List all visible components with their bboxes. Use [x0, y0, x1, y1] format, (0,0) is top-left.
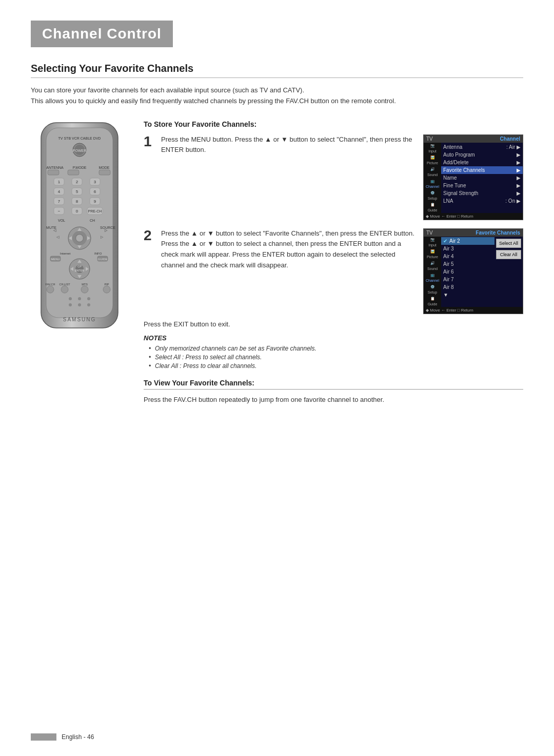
svg-point-76 — [87, 297, 90, 300]
svg-point-77 — [69, 303, 72, 306]
view-section-text: Press the FAV.CH button repeatedly to ju… — [144, 395, 523, 405]
svg-point-74 — [69, 297, 72, 300]
svg-text:7: 7 — [58, 199, 61, 204]
svg-text:CH.LIST: CH.LIST — [59, 283, 70, 286]
notes-list: •Only memorized channels can be set as F… — [144, 345, 523, 370]
svg-text:MENU: MENU — [51, 258, 60, 261]
instructions-column: To Store Your Favorite Channels: 1 Press… — [144, 120, 523, 405]
title-bar: Channel Control — [31, 21, 173, 47]
select-all-button[interactable]: Select All — [496, 239, 521, 248]
svg-text:SOURCE: SOURCE — [100, 226, 115, 229]
view-section: To View Your Favorite Channels: Press th… — [144, 379, 523, 405]
svg-text:PRE-CH: PRE-CH — [88, 209, 102, 213]
svg-text:POWER: POWER — [73, 148, 86, 152]
svg-text:6: 6 — [94, 189, 96, 194]
fav-menu-footer: ◆ Move ← Enter □ Return — [424, 307, 523, 314]
store-section-title: To Store Your Favorite Channels: — [144, 120, 523, 128]
step-2-text: Press the ▲ or ▼ button to select "Favor… — [161, 228, 416, 314]
svg-text:9: 9 — [94, 199, 96, 204]
svg-text:MTS: MTS — [82, 283, 88, 286]
note-1: •Only memorized channels can be set as F… — [149, 345, 523, 352]
exit-text: Press the EXIT button to exit. — [144, 320, 523, 328]
svg-text:P.MODE: P.MODE — [73, 166, 87, 169]
svg-text:PIP: PIP — [105, 283, 109, 286]
svg-text:INFO: INFO — [94, 252, 102, 255]
svg-rect-11 — [99, 170, 110, 175]
page-footer: English - 46 — [31, 733, 94, 741]
section-title: Selecting Your Favorite Channels — [31, 63, 523, 78]
intro-text-2: This allows you to quickly and easily fi… — [31, 96, 523, 107]
step-1-text: Press the MENU button. Press the ▲ or ▼ … — [161, 134, 416, 220]
svg-text:8: 8 — [76, 199, 78, 204]
svg-text:TV  STB  VCR  CABLE  DVD: TV STB VCR CABLE DVD — [58, 137, 101, 140]
svg-point-75 — [78, 297, 81, 300]
svg-text:4: 4 — [58, 189, 61, 194]
svg-point-79 — [87, 303, 90, 306]
step-1-block: 1 Press the MENU button. Press the ▲ or … — [144, 134, 523, 220]
svg-text:ENTER: ENTER — [75, 269, 85, 272]
step-1-number: 1 — [144, 134, 155, 220]
clear-all-button[interactable]: Clear All — [496, 250, 521, 259]
svg-text:ANTENNA: ANTENNA — [46, 166, 64, 169]
notes-title: NOTES — [144, 334, 523, 342]
fav-header-tv: TV — [426, 230, 433, 236]
view-section-title: To View Your Favorite Channels: — [144, 379, 523, 390]
svg-rect-10 — [68, 170, 79, 175]
footer-bar — [31, 733, 56, 741]
fav-channels-screen: TV Favorite Channels 📷 Input 🖼️ Picture — [423, 228, 523, 314]
svg-text:−: − — [58, 209, 61, 214]
svg-text:5: 5 — [76, 189, 78, 194]
svg-text:CH: CH — [90, 219, 95, 222]
note-2: •Select All : Press to select all channe… — [149, 354, 523, 361]
note-3: •Clear All : Press to clear all channels… — [149, 362, 523, 370]
notes-section: NOTES •Only memorized channels can be se… — [144, 334, 523, 370]
ch-menu-header-tv: TV — [426, 136, 433, 142]
page-title: Channel Control — [42, 26, 162, 42]
svg-text:1: 1 — [58, 180, 61, 184]
svg-text:2: 2 — [76, 180, 78, 184]
svg-text:SAMSUNG: SAMSUNG — [63, 317, 96, 322]
svg-text:VOL: VOL — [58, 219, 65, 222]
svg-point-78 — [78, 303, 81, 306]
svg-text:0: 0 — [76, 209, 78, 214]
channel-menu-screen: TV Channel 📷 Input 🖼️ Picture 🔊 — [423, 134, 523, 220]
step-2-block: 2 Press the ▲ or ▼ button to select "Fav… — [144, 228, 523, 314]
svg-text:3: 3 — [94, 180, 96, 184]
svg-rect-9 — [48, 170, 59, 175]
svg-text:Internet: Internet — [60, 252, 71, 255]
fav-header-title: Favorite Channels — [476, 230, 520, 236]
svg-text:GUIDE: GUIDE — [97, 258, 107, 261]
svg-point-71 — [61, 286, 68, 293]
footer-text: English - 46 — [62, 733, 94, 741]
svg-point-72 — [81, 286, 88, 293]
svg-point-70 — [47, 286, 54, 293]
ch-menu-header-channel: Channel — [500, 136, 520, 142]
intro-text-1: You can store your favorite channels for… — [31, 85, 523, 96]
ch-menu-footer: ◆ Move ← Enter □ Return — [424, 213, 523, 220]
svg-text:MODE: MODE — [99, 166, 110, 169]
svg-text:FAV.CH: FAV.CH — [46, 283, 55, 286]
step-2-number: 2 — [144, 228, 155, 314]
svg-point-49 — [76, 235, 83, 242]
svg-point-73 — [103, 286, 110, 293]
remote-control-image: TV STB VCR CABLE DVD POWER ANTENNA P.MOD… — [31, 120, 128, 405]
svg-text:CP: CP — [77, 265, 82, 268]
